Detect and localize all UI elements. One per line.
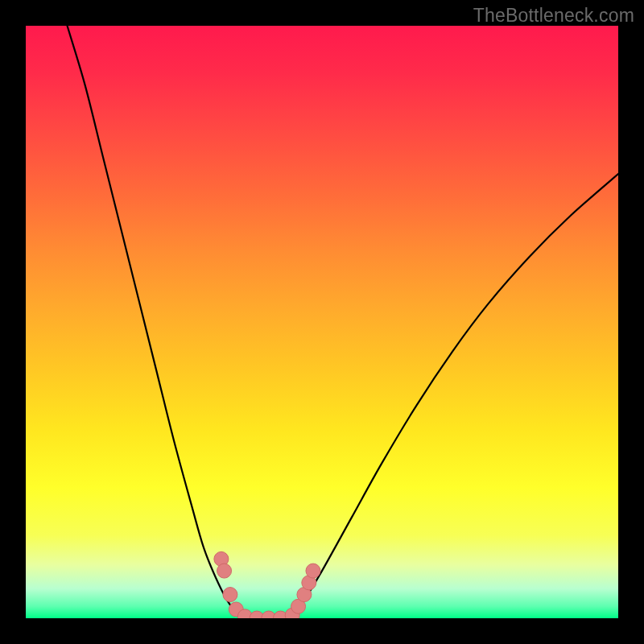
plot-area [26, 26, 618, 618]
data-marker [217, 564, 232, 578]
data-marker [223, 588, 237, 602]
watermark-text: TheBottleneck.com [473, 5, 634, 27]
chart-svg [26, 26, 618, 618]
bottleneck-curve [68, 26, 618, 618]
data-markers [214, 551, 320, 618]
chart-frame: TheBottleneck.com [0, 0, 644, 644]
data-marker [306, 564, 320, 578]
